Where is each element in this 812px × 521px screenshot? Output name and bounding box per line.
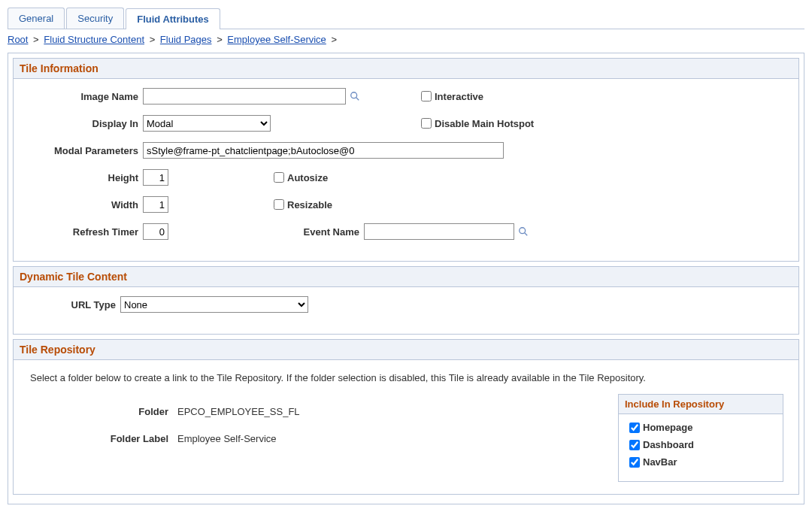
svg-line-3 — [525, 233, 528, 236]
dynamic-tile-content-body: URL Type None — [13, 287, 799, 335]
image-name-lookup-icon[interactable] — [347, 89, 362, 104]
interactive-checkbox[interactable] — [421, 91, 432, 101]
tile-information-header: Tile Information — [13, 58, 799, 79]
svg-point-2 — [520, 228, 526, 234]
height-input[interactable] — [143, 169, 168, 186]
navbar-label: NavBar — [643, 456, 677, 468]
refresh-timer-label: Refresh Timer — [23, 226, 143, 238]
dashboard-label: Dashboard — [643, 439, 694, 450]
modal-parameters-label: Modal Parameters — [23, 145, 143, 156]
disable-main-hotspot-checkbox[interactable] — [421, 118, 432, 129]
image-name-input[interactable] — [143, 88, 346, 105]
svg-point-0 — [351, 92, 357, 98]
width-label: Width — [23, 199, 143, 211]
folder-label-value: Employee Self-Service — [177, 433, 277, 444]
homepage-checkbox[interactable] — [629, 423, 640, 433]
disable-main-hotspot-label: Disable Main Hotspot — [435, 118, 534, 129]
image-name-label: Image Name — [23, 91, 143, 102]
folder-label: Folder — [23, 406, 173, 417]
display-in-label: Display In — [23, 118, 143, 129]
tile-information-body: Image Name Display In Modal — [13, 79, 799, 262]
url-type-label: URL Type — [23, 299, 120, 310]
dashboard-checkbox[interactable] — [629, 440, 640, 450]
homepage-label: Homepage — [643, 422, 692, 433]
event-name-lookup-icon[interactable] — [516, 224, 531, 239]
tile-repository-body: Select a folder below to create a link t… — [13, 360, 799, 495]
height-label: Height — [23, 172, 143, 183]
event-name-input[interactable] — [364, 223, 514, 240]
folder-label-label: Folder Label — [23, 433, 173, 444]
url-type-select[interactable]: None — [120, 296, 308, 313]
page-container: Tile Information Image Name Display In M… — [8, 53, 804, 504]
tab-general[interactable]: General — [8, 8, 65, 29]
resizable-checkbox[interactable] — [274, 199, 284, 210]
breadcrumb-fluid-pages[interactable]: Fluid Pages — [160, 34, 212, 45]
breadcrumb-sep: > — [217, 34, 223, 45]
include-in-repository-box: Include In Repository Homepage Dashboard… — [618, 394, 783, 482]
tab-strip: General Security Fluid Attributes — [8, 8, 804, 29]
breadcrumb-sep: > — [150, 34, 156, 45]
breadcrumb-sep: > — [331, 34, 337, 45]
breadcrumb-fluid-structure-content[interactable]: Fluid Structure Content — [44, 34, 144, 45]
breadcrumb-sep: > — [33, 34, 39, 45]
modal-parameters-input[interactable] — [143, 142, 504, 159]
dynamic-tile-content-header: Dynamic Tile Content — [13, 266, 799, 287]
svg-line-1 — [356, 98, 359, 101]
interactive-label: Interactive — [435, 91, 483, 102]
display-in-select[interactable]: Modal — [143, 115, 271, 132]
tab-security[interactable]: Security — [66, 8, 124, 29]
tile-repository-header: Tile Repository — [13, 339, 799, 360]
breadcrumb-employee-self-service[interactable]: Employee Self-Service — [227, 34, 326, 45]
tab-fluid-attributes[interactable]: Fluid Attributes — [126, 8, 220, 29]
folder-value: EPCO_EMPLOYEE_SS_FL — [177, 406, 300, 417]
navbar-checkbox[interactable] — [629, 457, 640, 468]
autosize-label: Autosize — [287, 172, 328, 183]
refresh-timer-input[interactable] — [143, 223, 168, 240]
event-name-label: Event Name — [168, 226, 364, 238]
breadcrumb: Root > Fluid Structure Content > Fluid P… — [8, 34, 804, 45]
resizable-label: Resizable — [287, 199, 332, 211]
tile-repository-description: Select a folder below to create a link t… — [30, 372, 782, 383]
autosize-checkbox[interactable] — [274, 172, 284, 183]
width-input[interactable] — [143, 196, 168, 213]
breadcrumb-root[interactable]: Root — [8, 34, 28, 45]
include-in-repository-header: Include In Repository — [619, 395, 783, 414]
